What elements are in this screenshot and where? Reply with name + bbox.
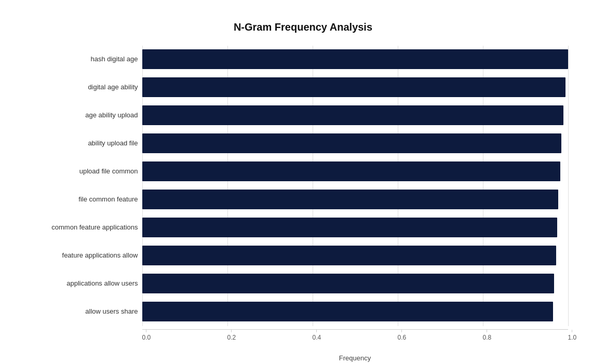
bar-row: file common feature bbox=[142, 186, 568, 213]
bar-label: age ability upload bbox=[29, 111, 138, 119]
x-axis: 0.00.20.40.60.81.0 bbox=[142, 329, 568, 345]
x-tick: 0.6 bbox=[398, 330, 407, 341]
x-tick: 0.4 bbox=[313, 330, 321, 341]
bar-row: applications allow users bbox=[142, 270, 568, 297]
x-tick-line bbox=[231, 330, 232, 332]
bar bbox=[142, 246, 556, 265]
x-tick: 1.0 bbox=[568, 330, 577, 341]
bar-row: hash digital age bbox=[142, 46, 568, 73]
bar bbox=[142, 105, 564, 125]
bar bbox=[142, 133, 562, 153]
bar-row: upload file common bbox=[142, 158, 568, 185]
x-tick-label: 1.0 bbox=[568, 334, 577, 341]
bar-label: applications allow users bbox=[29, 279, 138, 287]
x-tick-label: 0.0 bbox=[142, 334, 151, 341]
bar-row: ability upload file bbox=[142, 130, 568, 157]
x-tick: 0.2 bbox=[227, 330, 236, 341]
bar-wrapper bbox=[142, 161, 568, 181]
bar-wrapper bbox=[142, 133, 568, 153]
bar-wrapper bbox=[142, 105, 568, 125]
x-tick-label: 0.2 bbox=[227, 334, 236, 341]
bar-row: age ability upload bbox=[142, 102, 568, 129]
bar-wrapper bbox=[142, 77, 568, 97]
bar bbox=[142, 302, 553, 321]
x-tick-line bbox=[316, 330, 317, 332]
bar-wrapper bbox=[142, 274, 568, 293]
bar-wrapper bbox=[142, 246, 568, 265]
bar-row: digital age ability bbox=[142, 74, 568, 101]
bar-label: ability upload file bbox=[29, 139, 138, 147]
bar-wrapper bbox=[142, 218, 568, 237]
chart-title: N-Gram Frequency Analysis bbox=[38, 21, 568, 33]
chart-container: N-Gram Frequency Analysis hash digital a… bbox=[18, 11, 589, 354]
x-tick-line bbox=[572, 330, 572, 332]
x-tick: 0.0 bbox=[142, 330, 151, 341]
bar-row: feature applications allow bbox=[142, 242, 568, 269]
bar-wrapper bbox=[142, 190, 568, 209]
x-tick-label: 0.6 bbox=[398, 334, 407, 341]
bar-label: allow users share bbox=[29, 307, 138, 315]
bar-wrapper bbox=[142, 302, 568, 321]
x-tick: 0.8 bbox=[483, 330, 492, 341]
x-tick-label: 0.8 bbox=[483, 334, 492, 341]
bar-label: upload file common bbox=[29, 167, 138, 175]
x-tick-line bbox=[487, 330, 487, 332]
bar-label: feature applications allow bbox=[29, 251, 138, 259]
bar-label: hash digital age bbox=[29, 55, 138, 63]
bar-row: allow users share bbox=[142, 298, 568, 325]
bar bbox=[142, 190, 559, 209]
x-tick-label: 0.4 bbox=[313, 334, 321, 341]
grid-line bbox=[568, 46, 569, 326]
bar-row: common feature applications bbox=[142, 214, 568, 241]
x-tick-line bbox=[146, 330, 146, 332]
bar-label: file common feature bbox=[29, 195, 138, 203]
bar-label: digital age ability bbox=[29, 83, 138, 91]
bar bbox=[142, 161, 560, 181]
x-axis-title: Frequency bbox=[142, 354, 568, 362]
bar-label: common feature applications bbox=[29, 223, 138, 231]
bar bbox=[142, 49, 568, 69]
x-tick-line bbox=[401, 330, 402, 332]
bar bbox=[142, 274, 555, 293]
bar bbox=[142, 77, 566, 97]
bar bbox=[142, 218, 558, 237]
bar-wrapper bbox=[142, 49, 568, 69]
chart-area: hash digital agedigital age abilityage a… bbox=[142, 46, 568, 326]
